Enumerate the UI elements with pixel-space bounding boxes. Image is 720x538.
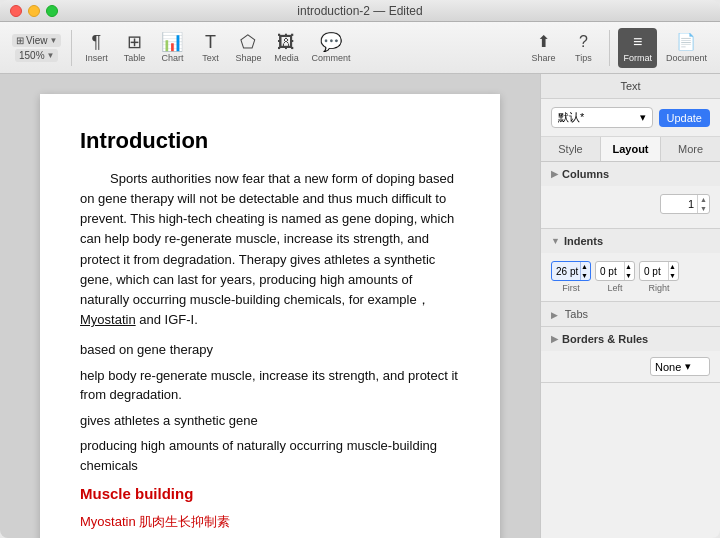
comment-button[interactable]: 💬 Comment xyxy=(306,28,355,68)
toolbar: ⊞ View ▼ 150% ▼ ¶ Insert ⊞ Table 📊 Chart… xyxy=(0,22,720,74)
bullet-2: help body re-generate muscle, increase i… xyxy=(80,366,460,405)
right-indent-input[interactable]: 0 pt ▲ ▼ xyxy=(639,261,679,281)
main-area: Introduction Sports authorities now fear… xyxy=(0,74,720,538)
columns-label: Columns xyxy=(562,168,609,180)
format-button[interactable]: ≡ Format xyxy=(618,28,657,68)
document-icon: 📄 xyxy=(676,32,696,51)
borders-label: Borders & Rules xyxy=(562,333,648,345)
page: Introduction Sports authorities now fear… xyxy=(40,94,500,538)
borders-chevron: ▶ xyxy=(551,334,558,344)
document-button[interactable]: 📄 Document xyxy=(661,28,712,68)
tips-button[interactable]: ? Tips xyxy=(565,28,601,68)
borders-dropdown[interactable]: None ▾ xyxy=(650,357,710,376)
first-down[interactable]: ▼ xyxy=(581,271,588,280)
panel-tabs: Style Layout More xyxy=(541,137,720,162)
tabs-chevron: ▶ xyxy=(551,310,558,320)
bullet-1: based on gene therapy xyxy=(80,340,460,360)
chart-icon: 📊 xyxy=(161,33,183,51)
view-button[interactable]: ⊞ View ▼ xyxy=(12,34,61,47)
chart-button[interactable]: 📊 Chart xyxy=(154,28,190,68)
view-icon: ⊞ xyxy=(16,35,24,46)
indents-content: 26 pt ▲ ▼ First 0 pt ▲ xyxy=(541,253,720,301)
zoom-dropdown-arrow: ▼ xyxy=(47,51,55,60)
insert-icon: ¶ xyxy=(92,33,102,51)
shape-icon: ⬠ xyxy=(240,33,256,51)
text-icon: T xyxy=(205,33,216,51)
indents-header[interactable]: ▼ Indents xyxy=(541,229,720,253)
right-indent-col: 0 pt ▲ ▼ Right xyxy=(639,261,679,293)
left-label: Left xyxy=(607,283,622,293)
media-button[interactable]: 🖼 Media xyxy=(268,28,304,68)
style-dropdown[interactable]: 默认* ▾ xyxy=(551,107,653,128)
right-label: Right xyxy=(648,283,669,293)
table-button[interactable]: ⊞ Table xyxy=(116,28,152,68)
doc-area: Introduction Sports authorities now fear… xyxy=(0,74,540,538)
right-up[interactable]: ▲ xyxy=(669,262,676,271)
panel-header: Text xyxy=(541,74,720,99)
toolbar-right: ⬆ Share ? Tips ≡ Format 📄 Document xyxy=(525,28,712,68)
columns-content: 1 ▲ ▼ xyxy=(541,186,720,228)
right-panel: Text 默认* ▾ Update Style Layout More ▶ Co… xyxy=(540,74,720,538)
format-icon: ≡ xyxy=(633,33,642,51)
borders-header[interactable]: ▶ Borders & Rules xyxy=(541,327,720,351)
title-bar: introduction-2 — Edited xyxy=(0,0,720,22)
borders-section: ▶ Borders & Rules None ▾ xyxy=(541,327,720,383)
columns-up[interactable]: ▲ xyxy=(698,195,709,204)
left-indent-col: 0 pt ▲ ▼ Left xyxy=(595,261,635,293)
first-label: First xyxy=(562,283,580,293)
text-button[interactable]: T Text xyxy=(192,28,228,68)
table-icon: ⊞ xyxy=(127,33,142,51)
separator-1 xyxy=(71,30,72,66)
columns-chevron: ▶ xyxy=(551,169,558,179)
columns-row: 1 ▲ ▼ xyxy=(551,194,710,214)
tab-style[interactable]: Style xyxy=(541,137,601,161)
style-dropdown-arrow: ▾ xyxy=(640,111,646,124)
separator-2 xyxy=(609,30,610,66)
bullet-4: producing high amounts of naturally occu… xyxy=(80,436,460,475)
left-up[interactable]: ▲ xyxy=(625,262,632,271)
window-title: introduction-2 — Edited xyxy=(297,4,422,18)
view-zoom-group: ⊞ View ▼ 150% ▼ xyxy=(8,34,65,62)
indents-section: ▼ Indents 26 pt ▲ ▼ First xyxy=(541,229,720,302)
insert-button[interactable]: ¶ Insert xyxy=(78,28,114,68)
myostatin-link[interactable]: Myostatin xyxy=(80,312,136,327)
borders-dropdown-arrow: ▾ xyxy=(685,360,691,373)
first-value: 26 pt xyxy=(554,266,578,277)
columns-value: 1 xyxy=(661,198,697,210)
columns-down[interactable]: ▼ xyxy=(698,204,709,213)
left-down[interactable]: ▼ xyxy=(625,271,632,280)
doc-paragraph: Sports authorities now fear that a new f… xyxy=(80,169,460,330)
tabs-section[interactable]: ▶ Tabs xyxy=(541,302,720,327)
red-heading: Muscle building xyxy=(80,483,460,506)
tabs-label: Tabs xyxy=(565,308,588,320)
borders-value: None xyxy=(655,361,681,373)
first-up[interactable]: ▲ xyxy=(581,262,588,271)
maximize-button[interactable] xyxy=(46,5,58,17)
doc-heading: Introduction xyxy=(80,124,460,157)
columns-header[interactable]: ▶ Columns xyxy=(541,162,720,186)
borders-row: None ▾ xyxy=(541,351,720,382)
minimize-button[interactable] xyxy=(28,5,40,17)
indents-chevron: ▼ xyxy=(551,236,560,246)
view-dropdown-arrow: ▼ xyxy=(50,36,58,45)
columns-input[interactable]: 1 ▲ ▼ xyxy=(660,194,710,214)
share-icon: ⬆ xyxy=(537,32,550,51)
tab-more[interactable]: More xyxy=(661,137,720,161)
panel-style-row: 默认* ▾ Update xyxy=(541,99,720,137)
columns-section: ▶ Columns 1 ▲ ▼ xyxy=(541,162,720,229)
right-down[interactable]: ▼ xyxy=(669,271,676,280)
tab-layout[interactable]: Layout xyxy=(601,137,661,161)
first-indent-input[interactable]: 26 pt ▲ ▼ xyxy=(551,261,591,281)
red-line-1: Myostatin 肌肉生长抑制素 xyxy=(80,512,460,532)
shape-button[interactable]: ⬠ Shape xyxy=(230,28,266,68)
share-button[interactable]: ⬆ Share xyxy=(525,28,561,68)
zoom-button[interactable]: 150% ▼ xyxy=(15,49,59,62)
columns-arrows: ▲ ▼ xyxy=(697,195,709,213)
first-indent-col: 26 pt ▲ ▼ First xyxy=(551,261,591,293)
right-value: 0 pt xyxy=(642,266,661,277)
update-button[interactable]: Update xyxy=(659,109,710,127)
left-indent-input[interactable]: 0 pt ▲ ▼ xyxy=(595,261,635,281)
close-button[interactable] xyxy=(10,5,22,17)
style-value: 默认* xyxy=(558,110,584,125)
bullet-3: gives athletes a synthetic gene xyxy=(80,411,460,431)
